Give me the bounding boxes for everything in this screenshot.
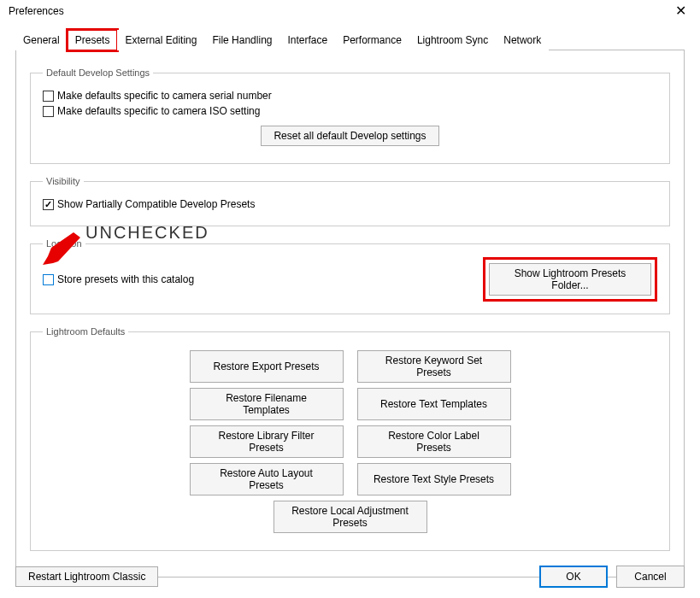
label-serial: Make defaults specific to camera serial … — [57, 90, 272, 102]
group-location: Location Store presets with this catalog… — [30, 238, 670, 314]
restore-export-presets-button[interactable]: Restore Export Presets — [190, 350, 344, 383]
checkbox-partial-compat[interactable] — [43, 199, 54, 210]
restore-keyword-set-presets-button[interactable]: Restore Keyword Set Presets — [357, 350, 511, 383]
group-legend: Location — [43, 238, 85, 249]
content-area: General Presets External Editing File Ha… — [0, 29, 700, 577]
tab-bar: General Presets External Editing File Ha… — [15, 29, 685, 50]
tab-panel: Default Develop Settings Make defaults s… — [15, 50, 685, 577]
label-iso: Make defaults specific to camera ISO set… — [57, 105, 260, 117]
restore-library-filter-presets-button[interactable]: Restore Library Filter Presets — [190, 425, 344, 458]
restore-filename-templates-button[interactable]: Restore Filename Templates — [190, 388, 344, 420]
checkbox-store-with-catalog[interactable] — [43, 274, 54, 285]
restore-auto-layout-presets-button[interactable]: Restore Auto Layout Presets — [190, 463, 344, 495]
tab-lightroom-sync[interactable]: Lightroom Sync — [409, 30, 496, 50]
group-visibility: Visibility Show Partially Compatible Dev… — [30, 176, 670, 226]
show-presets-folder-button[interactable]: Show Lightroom Presets Folder... — [489, 263, 651, 296]
close-icon[interactable]: ✕ — [670, 3, 691, 20]
restore-color-label-presets-button[interactable]: Restore Color Label Presets — [357, 425, 511, 458]
tab-interface[interactable]: Interface — [279, 30, 335, 50]
label-partial-compat: Show Partially Compatible Develop Preset… — [57, 198, 255, 210]
ok-button[interactable]: OK — [539, 566, 608, 588]
group-legend: Visibility — [43, 176, 84, 186]
footer-bar: Restart Lightroom Classic OK Cancel — [15, 566, 685, 588]
tab-performance[interactable]: Performance — [335, 30, 409, 50]
group-lightroom-defaults: Lightroom Defaults Restore Export Preset… — [30, 326, 670, 551]
restore-text-templates-button[interactable]: Restore Text Templates — [357, 388, 511, 420]
reset-develop-button[interactable]: Reset all default Develop settings — [261, 126, 438, 146]
group-legend: Lightroom Defaults — [43, 326, 128, 337]
window-title: Preferences — [9, 5, 64, 17]
checkbox-iso[interactable] — [43, 106, 54, 117]
tab-general[interactable]: General — [15, 30, 68, 50]
checkbox-serial[interactable] — [43, 91, 54, 102]
restore-text-style-presets-button[interactable]: Restore Text Style Presets — [357, 463, 511, 495]
restore-local-adjustment-presets-button[interactable]: Restore Local Adjustment Presets — [274, 501, 427, 533]
cancel-button[interactable]: Cancel — [616, 566, 685, 588]
tab-network[interactable]: Network — [496, 30, 549, 50]
group-default-develop: Default Develop Settings Make defaults s… — [30, 67, 670, 164]
tab-file-handling[interactable]: File Handling — [204, 30, 279, 50]
group-legend: Default Develop Settings — [43, 67, 153, 78]
highlight-show-folder: Show Lightroom Presets Folder... — [483, 257, 657, 302]
tab-presets[interactable]: Presets — [68, 30, 118, 50]
label-store-with-catalog: Store presets with this catalog — [57, 273, 194, 285]
restart-lightroom-button[interactable]: Restart Lightroom Classic — [15, 566, 158, 587]
titlebar: Preferences ✕ — [0, 0, 700, 22]
tab-external-editing[interactable]: External Editing — [117, 30, 204, 50]
